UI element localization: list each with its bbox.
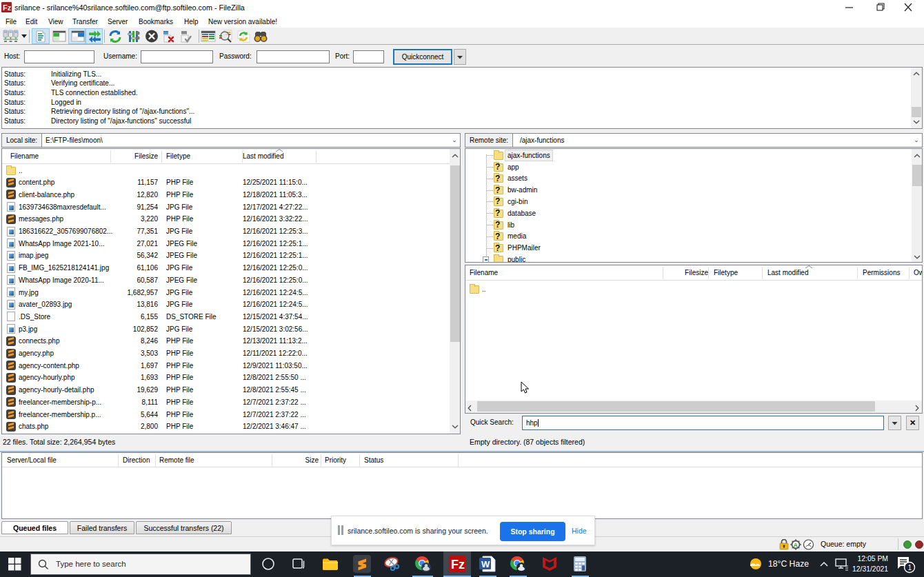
svg-text:W: W	[481, 559, 490, 569]
svg-text:1: 1	[908, 564, 912, 571]
svg-text:Fz: Fz	[451, 558, 465, 571]
svg-text:Fz: Fz	[3, 3, 12, 12]
svg-text:A: A	[794, 542, 799, 549]
